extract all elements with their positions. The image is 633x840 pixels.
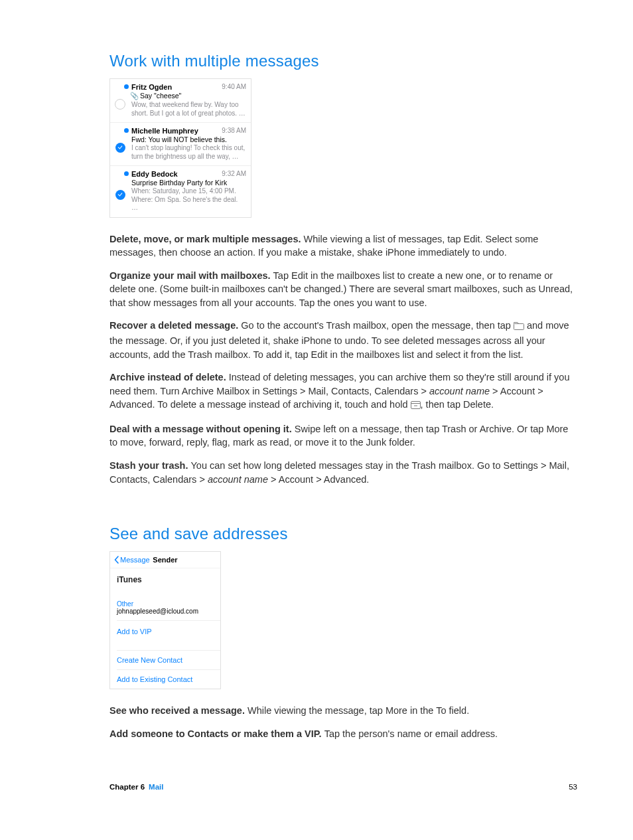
attachment-icon: 📎 bbox=[130, 92, 139, 100]
mail-row: Eddy Bedock 9:32 AM Surprise Birthday Pa… bbox=[110, 165, 251, 217]
body-paragraph: Delete, move, or mark multiple messages.… bbox=[109, 232, 577, 260]
create-new-contact-link[interactable]: Create New Contact bbox=[110, 651, 220, 669]
mail-time: 9:40 AM bbox=[222, 83, 246, 90]
body-paragraph: Organize your mail with mailboxes. Tap E… bbox=[109, 269, 577, 310]
unselected-circle-icon bbox=[115, 99, 125, 110]
sender-email: johnappleseed@icloud.com bbox=[117, 608, 214, 615]
body-paragraph: Recover a deleted message. Go to the acc… bbox=[109, 319, 577, 361]
body-paragraph: Stash your trash. You can set how long d… bbox=[109, 459, 577, 486]
section-heading: Work with multiple messages bbox=[109, 52, 577, 70]
mail-subject: 📎Say "cheese" bbox=[126, 92, 246, 100]
mail-row: Fritz Ogden 9:40 AM 📎Say "cheese" Wow, t… bbox=[110, 79, 251, 122]
add-to-existing-contact-link[interactable]: Add to Existing Contact bbox=[110, 670, 220, 689]
add-to-vip-link[interactable]: Add to VIP bbox=[110, 621, 220, 642]
unread-dot-icon bbox=[124, 171, 129, 176]
body-paragraph: Archive instead of delete. Instead of de… bbox=[109, 371, 577, 413]
mail-subject: Fwd: You will NOT believe this. bbox=[126, 135, 246, 143]
body-paragraph: Add someone to Contacts or make them a V… bbox=[109, 727, 577, 741]
archive-icon bbox=[411, 399, 421, 413]
mail-preview: When: Saturday, June 15, 4:00 PM. Where:… bbox=[126, 187, 246, 212]
body-paragraph: Deal with a message without opening it. … bbox=[109, 422, 577, 450]
body-paragraph: See who received a message. While viewin… bbox=[109, 704, 577, 718]
page-number: 53 bbox=[569, 783, 577, 791]
mail-subject: Surprise Birthday Party for Kirk bbox=[126, 179, 246, 187]
sender-name: iTunes bbox=[117, 575, 214, 584]
mail-row: Michelle Humphrey 9:38 AM Fwd: You will … bbox=[110, 122, 251, 165]
footer-section: Mail bbox=[149, 783, 163, 791]
unread-dot-icon bbox=[124, 128, 129, 133]
unread-dot-icon bbox=[124, 84, 129, 89]
mail-preview: I can't stop laughing! To check this out… bbox=[126, 144, 246, 161]
chapter-label: Chapter 6 bbox=[109, 783, 145, 791]
selected-check-icon bbox=[115, 143, 125, 153]
selected-check-icon bbox=[115, 190, 125, 200]
sender-card-mock: Message Sender iTunes Other johnapplesee… bbox=[109, 551, 221, 689]
page-footer: Chapter 6Mail 53 bbox=[109, 750, 577, 811]
nav-title: Sender bbox=[110, 556, 220, 564]
mail-list-mock: Fritz Ogden 9:40 AM 📎Say "cheese" Wow, t… bbox=[109, 78, 251, 218]
folder-icon bbox=[514, 320, 524, 334]
mail-time: 9:38 AM bbox=[222, 127, 246, 134]
mail-time: 9:32 AM bbox=[222, 170, 246, 177]
svg-rect-0 bbox=[514, 324, 524, 330]
section-heading: See and save addresses bbox=[109, 525, 577, 543]
other-label: Other bbox=[117, 600, 214, 608]
svg-rect-1 bbox=[411, 402, 420, 409]
mail-preview: Wow, that weekend flew by. Way too short… bbox=[126, 101, 246, 118]
